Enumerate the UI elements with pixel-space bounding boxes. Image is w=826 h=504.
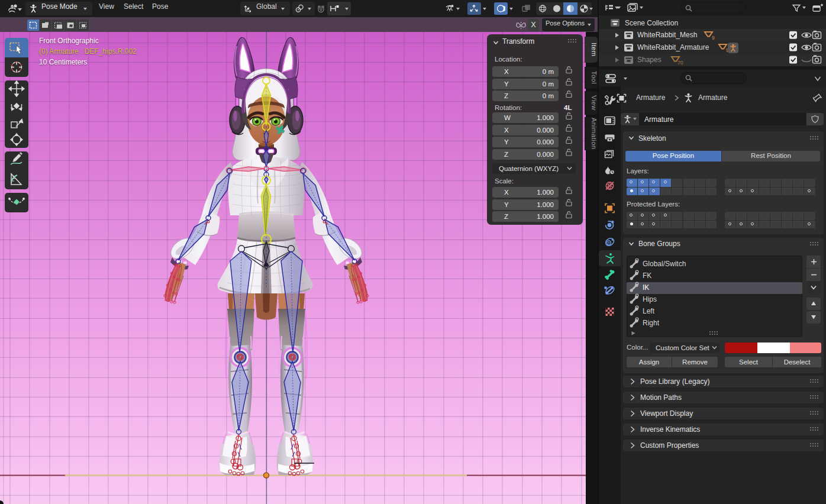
svg-text:9: 9 <box>712 35 715 41</box>
svg-text:70: 70 <box>677 60 683 66</box>
